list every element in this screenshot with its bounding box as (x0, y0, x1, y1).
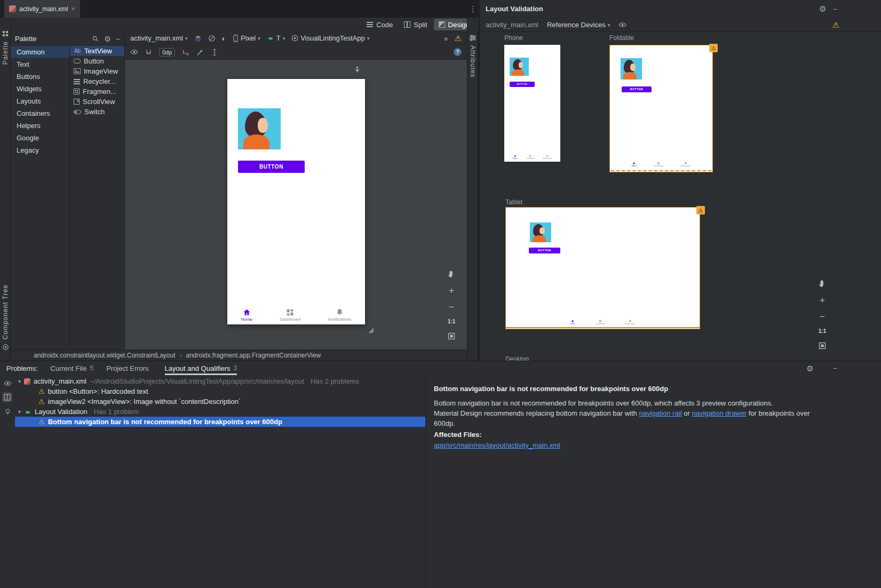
validation-visibility-eye-icon[interactable] (618, 21, 626, 29)
toolbar-warning-icon[interactable]: ⚠ (455, 34, 462, 42)
bottomnav-highlight-dashed (611, 170, 711, 171)
palette-category-text[interactable]: Text (11, 58, 69, 70)
layers-icon[interactable] (194, 35, 202, 42)
editor-view-mode-bar: Code Split Design (11, 18, 479, 32)
tablet-warning-badge-icon[interactable]: ⚠ (696, 206, 705, 214)
quickfix-lightbulb-icon[interactable] (4, 408, 11, 415)
pan-hand-icon[interactable] (447, 269, 456, 279)
device-dropdown[interactable]: Pixel▾ (233, 34, 260, 42)
palette-item-switch[interactable]: Switch (70, 107, 124, 117)
search-icon[interactable] (91, 35, 99, 43)
palette-item-scrollview[interactable]: ScrollView (70, 97, 124, 107)
breadcrumb-constraintlayout[interactable]: androidx.constraintlayout.widget.Constra… (34, 352, 176, 359)
navigation-rail-link[interactable]: navigation rail (639, 409, 681, 417)
autoconnect-magnet-icon[interactable] (145, 49, 152, 55)
zoom-out-button[interactable]: − (817, 312, 827, 321)
palette-item-imageview[interactable]: ImageView (70, 66, 124, 76)
zoom-to-fit-button[interactable] (817, 341, 827, 351)
close-tab-icon[interactable]: × (71, 5, 75, 12)
preview-phone[interactable]: BUTTON Home Dashboard Notifications (504, 45, 560, 162)
preview-foldable-bottomnav: Home Dashboard Notifications (610, 161, 712, 167)
layout-file-dropdown[interactable]: activity_main.xml▾ (130, 34, 188, 42)
palette-stripe-tab[interactable]: Palette (0, 29, 11, 65)
help-icon[interactable]: ? (454, 48, 462, 56)
button-component[interactable]: BUTTON (238, 161, 305, 173)
palette-item-button[interactable]: Button (70, 56, 124, 66)
tree-layout-validation-node[interactable]: ▾ Layout Validation Has 1 problem (15, 407, 425, 417)
zoom-in-button[interactable]: + (447, 285, 456, 295)
bottom-navigation-component[interactable]: Home Dashboard Notifications (227, 301, 365, 322)
default-margin-selector[interactable]: 0dp (159, 48, 175, 57)
attributes-stripe-label: Attributes (469, 45, 477, 78)
editor-tab[interactable]: activity_main.xml × (4, 0, 80, 18)
preview-foldable-label: Foldable (609, 34, 634, 42)
palette-category-legacy[interactable]: Legacy (11, 144, 69, 156)
validation-minimize-icon[interactable]: − (833, 5, 837, 13)
preview-foldable[interactable]: BUTTON Home Dashboard Notifications ⚠ (609, 45, 713, 172)
nav-home-item[interactable]: Home (241, 308, 252, 322)
zoom-to-fit-button[interactable] (447, 331, 456, 341)
validation-gear-icon[interactable]: ⚙ (819, 5, 826, 13)
tab-project-errors[interactable]: Project Errors (106, 361, 152, 375)
api-dropdown[interactable]: T▾ (267, 34, 285, 42)
device-preview[interactable]: BUTTON Home Dashboard Notifications (227, 79, 365, 324)
pack-margin-icon[interactable] (211, 49, 218, 56)
preview-tablet[interactable]: BUTTON Home Dashboard Notifications ⚠ (505, 207, 700, 329)
palette-gear-icon[interactable]: ⚙ (104, 35, 111, 43)
toolbar-overflow-chevrons[interactable]: » (444, 35, 448, 42)
reference-devices-dropdown[interactable]: Reference Devices▾ (547, 21, 610, 29)
tab-current-file[interactable]: Current File5 (51, 361, 94, 375)
problems-split-divider[interactable] (425, 375, 426, 588)
design-surface-icon[interactable] (208, 35, 216, 42)
tree-issue-content-description[interactable]: ⚠ imageView2 <ImageView>: Image without … (15, 396, 425, 407)
validation-warning-icon[interactable]: ⚠ (832, 21, 839, 29)
view-options-eye-icon[interactable] (130, 48, 138, 56)
tree-file-node[interactable]: ▾ activity_main.xml ~/AndroidStudioProje… (15, 376, 425, 386)
palette-category-buttons[interactable]: Buttons (11, 70, 69, 83)
code-mode-button[interactable]: Code (362, 19, 398, 30)
chevron-down-icon[interactable]: ▾ (18, 378, 21, 384)
palette-minimize-icon[interactable]: − (116, 35, 120, 43)
pan-hand-icon[interactable] (817, 279, 827, 288)
palette-item-textview[interactable]: AbTextView (70, 46, 124, 56)
zoom-reset-button[interactable]: 1:1 (448, 319, 455, 324)
attributes-stripe-tab[interactable]: Attributes (467, 34, 478, 78)
problems-preview-eye-icon[interactable] (4, 379, 12, 387)
palette-item-recyclerview[interactable]: Recycler... (70, 76, 124, 86)
infer-constraints-wand-icon[interactable] (196, 49, 204, 56)
problems-minimize-icon[interactable]: − (833, 364, 837, 372)
tab-layout-and-qualifiers[interactable]: Layout and Qualifiers3 (165, 361, 237, 375)
problems-detail-panel-icon[interactable] (2, 392, 12, 402)
tree-issue-hardcoded-text[interactable]: ⚠ button <Button>: Hardcoded text (15, 386, 425, 396)
clear-constraints-icon[interactable] (182, 49, 189, 56)
chevron-down-icon[interactable]: ▾ (18, 409, 21, 415)
palette-category-google[interactable]: Google (11, 132, 69, 144)
nav-notifications-item[interactable]: Notifications (328, 308, 352, 322)
palette-category-containers[interactable]: Containers (11, 107, 69, 120)
foldable-warning-badge-icon[interactable]: ⚠ (709, 44, 718, 52)
resize-handle-icon[interactable] (366, 325, 375, 334)
problems-gear-icon[interactable]: ⚙ (806, 364, 813, 372)
imageview-component[interactable] (238, 108, 281, 149)
theme-dropdown[interactable]: VisualLintingTestApp▾ (291, 34, 369, 42)
zoom-in-button[interactable]: + (817, 295, 827, 305)
orientation-icon[interactable]: ◐ (222, 35, 226, 42)
palette-item-fragment[interactable]: Fragmen... (70, 86, 124, 97)
validation-file-tab[interactable]: activity_main.xml (486, 21, 538, 29)
palette-category-layouts[interactable]: Layouts (11, 95, 69, 107)
breadcrumb-fragmentcontainerview[interactable]: androidx.fragment.app.FragmentContainerV… (186, 352, 321, 359)
editor-options-kebab-icon[interactable]: ⋮ (469, 5, 477, 13)
home-icon (242, 308, 251, 317)
palette-category-widgets[interactable]: Widgets (11, 83, 69, 95)
navigation-drawer-link[interactable]: navigation drawer (692, 409, 747, 417)
design-canvas[interactable]: BUTTON Home Dashboard Notifications (124, 60, 467, 349)
affected-file-link[interactable]: app/src/main/res/layout/activity_main.xm… (434, 441, 560, 449)
tree-issue-bottom-navigation[interactable]: ⚠ Bottom navigation bar is not recommend… (15, 417, 425, 427)
nav-dashboard-item[interactable]: Dashboard (280, 308, 300, 322)
palette-category-helpers[interactable]: Helpers (11, 120, 69, 132)
zoom-reset-button[interactable]: 1:1 (819, 328, 826, 334)
zoom-out-button[interactable]: − (447, 302, 456, 312)
component-tree-stripe-tab[interactable]: Component Tree (0, 284, 11, 351)
split-mode-button[interactable]: Split (399, 19, 432, 30)
palette-category-common[interactable]: Common (11, 46, 69, 58)
